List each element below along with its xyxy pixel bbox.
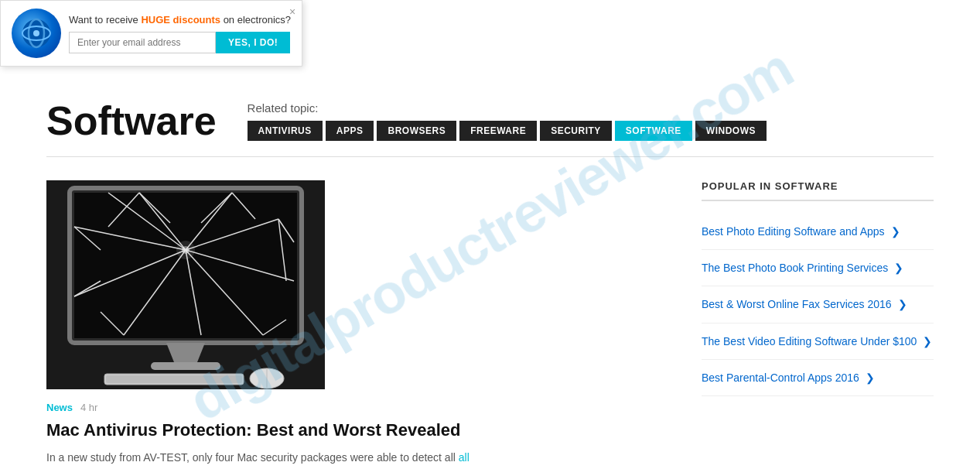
content-area: News 4 hr Mac Antivirus Protection: Best… xyxy=(0,165,980,469)
popular-item-text-4: The Best Video Editing Software Under $1… xyxy=(702,334,917,348)
page-header: Software Related topic: ANTIVIRUS APPS B… xyxy=(0,85,980,149)
popular-heading: POPULAR IN SOFTWARE xyxy=(702,180,934,201)
tag-freeware[interactable]: FREEWARE xyxy=(459,121,537,141)
right-column: POPULAR IN SOFTWARE Best Photo Editing S… xyxy=(702,180,934,466)
close-button[interactable]: × xyxy=(289,5,295,18)
tag-security[interactable]: SECURITY xyxy=(540,121,612,141)
svg-point-3 xyxy=(33,30,39,36)
main-wrapper: Software Related topic: ANTIVIRUS APPS B… xyxy=(0,0,980,469)
svg-rect-32 xyxy=(106,375,242,383)
notification-highlight: HUGE discounts xyxy=(141,14,220,26)
left-column: News 4 hr Mac Antivirus Protection: Best… xyxy=(46,180,655,466)
svg-point-28 xyxy=(182,246,190,254)
popular-item-3[interactable]: Best & Worst Online Fax Services 2016 ❯ xyxy=(702,286,934,323)
section-divider xyxy=(46,156,934,157)
notification-form: YES, I DO! xyxy=(69,32,291,53)
popular-item-arrow-2: ❯ xyxy=(894,262,903,274)
popular-item-4[interactable]: The Best Video Editing Software Under $1… xyxy=(702,324,934,360)
popular-item-arrow-4: ❯ xyxy=(923,335,932,347)
notification-message: Want to receive HUGE discounts on electr… xyxy=(69,14,291,26)
popular-item-arrow-1: ❯ xyxy=(891,225,900,238)
popular-item-1[interactable]: Best Photo Editing Software and Apps ❯ xyxy=(702,214,934,250)
tag-windows[interactable]: WINDOWS xyxy=(695,121,767,141)
popular-item-text-1: Best Photo Editing Software and Apps xyxy=(702,224,885,238)
popular-item-arrow-3: ❯ xyxy=(898,298,907,310)
article-image xyxy=(46,180,325,389)
email-input[interactable] xyxy=(69,32,216,53)
tag-antivirus[interactable]: ANTIVIRUS xyxy=(248,121,323,141)
related-topic-section: Related topic: ANTIVIRUS APPS BROWSERS F… xyxy=(248,101,767,141)
article-time: 4 hr xyxy=(80,402,97,413)
tag-software[interactable]: SOFTWARE xyxy=(615,121,692,141)
related-topic-label: Related topic: xyxy=(248,101,767,115)
popular-item-text-5: Best Parental-Control Apps 2016 xyxy=(702,371,859,385)
read-more-link[interactable]: all xyxy=(459,451,470,464)
page-title: Software xyxy=(46,101,217,141)
site-logo xyxy=(12,9,61,58)
yes-button[interactable]: YES, I DO! xyxy=(216,32,290,53)
popular-item-text-3: Best & Worst Online Fax Services 2016 xyxy=(702,297,892,311)
svg-rect-6 xyxy=(74,193,297,338)
notification-content: Want to receive HUGE discounts on electr… xyxy=(69,14,291,53)
article-title[interactable]: Mac Antivirus Protection: Best and Worst… xyxy=(46,419,655,442)
article-excerpt: In a new study from AV-TEST, only four M… xyxy=(46,450,655,466)
svg-rect-30 xyxy=(151,362,220,370)
popular-item-2[interactable]: The Best Photo Book Printing Services ❯ xyxy=(702,250,934,286)
tag-browsers[interactable]: BROWSERS xyxy=(377,121,456,141)
popular-item-5[interactable]: Best Parental-Control Apps 2016 ❯ xyxy=(702,360,934,396)
popular-item-text-2: The Best Photo Book Printing Services xyxy=(702,261,888,275)
article-tag[interactable]: News xyxy=(46,402,73,413)
article-meta: News 4 hr xyxy=(46,402,655,413)
tag-apps[interactable]: APPS xyxy=(326,121,374,141)
notification-bar: Want to receive HUGE discounts on electr… xyxy=(0,0,302,67)
topic-tags: ANTIVIRUS APPS BROWSERS FREEWARE SECURIT… xyxy=(248,121,767,141)
popular-item-arrow-5: ❯ xyxy=(866,371,875,384)
